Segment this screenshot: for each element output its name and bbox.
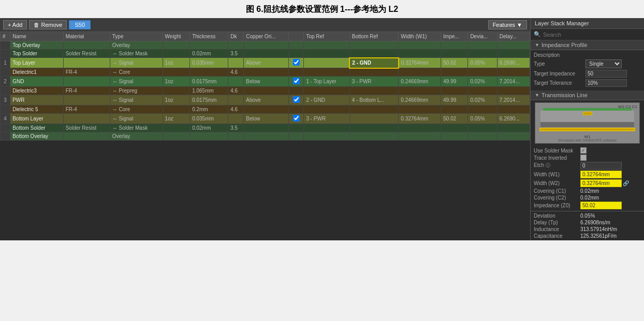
row-top-ref	[304, 50, 349, 58]
row-devia: 0.05%	[468, 58, 497, 68]
covering-c2-row: Covering (C2) 0.02mm	[531, 194, 644, 201]
row-dk	[228, 132, 244, 141]
right-panel: Layer Stack Manager 🔍 ▼ Impedance Profil…	[530, 18, 644, 240]
search-icon: 🔍	[534, 31, 541, 38]
tl-simulated-text: Simulated with SIMBEOR® software	[558, 139, 617, 142]
type-label: Type	[534, 61, 586, 67]
inductance-value: 313.57914nH/m	[580, 226, 617, 232]
row-bottom-ref	[349, 105, 399, 114]
row-material	[63, 132, 110, 141]
search-input[interactable]	[543, 32, 641, 38]
table-row[interactable]: Dielectric3FR-4↔ Prepreg1.065mm4.6	[1, 87, 530, 95]
col-dk: Dk	[228, 32, 244, 41]
row-name: GND	[10, 77, 64, 87]
row-impe	[441, 87, 468, 95]
s50-button[interactable]: S50	[69, 20, 91, 29]
table-row[interactable]: 1Top Layer↔ Signal1oz0.035mmAbove2 - GND…	[1, 58, 530, 68]
row-check[interactable]	[289, 87, 304, 95]
col-weight: Weight	[163, 32, 190, 41]
row-weight	[163, 41, 190, 50]
row-delay: 7.2014...	[497, 95, 530, 105]
row-top-ref: 2 - GND	[304, 95, 349, 105]
col-copper: Copper Ori...	[244, 32, 289, 41]
row-top-ref	[304, 68, 349, 77]
covering-c1-row: Covering (C1) 0.02mm	[531, 188, 644, 194]
row-type: ↔ Signal	[110, 77, 163, 87]
row-check[interactable]	[289, 124, 304, 132]
row-idx	[1, 105, 10, 114]
row-width: 0.32764mm	[399, 114, 441, 124]
delay-row: Delay (Tp) 6.26908ns/m	[531, 219, 644, 226]
row-check[interactable]	[289, 41, 304, 50]
impedance-profile-props: Description Type Single Differential Cop…	[531, 50, 644, 90]
row-material	[63, 41, 110, 50]
table-row[interactable]: Dielectric 5FR-4↔ Core0.2mm4.6	[1, 105, 530, 114]
target-impedance-row: Target Impedance	[534, 70, 641, 78]
row-check[interactable]	[289, 50, 304, 58]
row-check[interactable]	[289, 95, 304, 105]
row-name: Top Layer	[10, 58, 64, 68]
table-row[interactable]: 3PWR↔ Signal1oz0.0175mmAbove2 - GND4 - B…	[1, 95, 530, 105]
search-row: 🔍	[531, 29, 644, 40]
type-select[interactable]: Single Differential Coplanar	[586, 59, 622, 68]
impedance-z0-label: Impedance (Z0)	[534, 203, 580, 208]
use-solder-mask-checkbox[interactable]: ✓	[580, 147, 587, 154]
row-width	[399, 124, 441, 132]
row-check[interactable]	[289, 58, 304, 68]
row-copper	[244, 68, 289, 77]
row-impe	[441, 124, 468, 132]
transmission-line-section[interactable]: ▼ Transmission Line	[531, 90, 644, 100]
table-row[interactable]: Top OverlayOverlay	[1, 41, 530, 50]
w2-lock-icon[interactable]: 🔗	[623, 180, 629, 186]
target-impedance-input[interactable]	[586, 70, 627, 78]
row-bottom-ref	[349, 41, 399, 50]
width-w2-input[interactable]	[580, 179, 622, 187]
row-delay	[497, 41, 530, 50]
impedance-profile-section[interactable]: ▼ Impedance Profile	[531, 40, 644, 50]
row-check[interactable]	[289, 105, 304, 114]
width-w1-input[interactable]	[580, 171, 622, 178]
row-copper: Below	[244, 77, 289, 87]
col-topref: Top Ref	[304, 32, 349, 41]
row-thickness	[190, 41, 228, 50]
row-width	[399, 105, 441, 114]
add-button[interactable]: + Add	[3, 20, 27, 29]
table-row[interactable]: Bottom OverlayOverlay	[1, 132, 530, 141]
row-check[interactable]	[289, 68, 304, 77]
tl-bottom-sub	[540, 122, 634, 127]
table-row[interactable]: 2GND↔ Signal1oz0.0175mmBelow1 - Top Laye…	[1, 77, 530, 87]
col-bottomref: Bottom Ref	[349, 32, 399, 41]
row-name: Top Solder	[10, 50, 64, 58]
row-type: ↔ Prepreg	[110, 87, 163, 95]
row-check[interactable]	[289, 114, 304, 124]
row-devia: 0.02%	[468, 95, 497, 105]
impedance-z0-input[interactable]	[580, 202, 622, 209]
row-delay	[497, 50, 530, 58]
trace-inverted-checkbox[interactable]	[580, 155, 587, 161]
target-tolerance-input[interactable]	[586, 79, 627, 87]
row-name: Top Overlay	[10, 41, 64, 50]
row-weight	[163, 124, 190, 132]
row-type: ↔ Core	[110, 105, 163, 114]
row-name: Bottom Overlay	[10, 132, 64, 141]
target-tolerance-row: Target Tolerance	[534, 79, 641, 87]
row-type: Overlay	[110, 132, 163, 141]
row-top-ref	[304, 124, 349, 132]
trace-inverted-row: Trace Inverted	[531, 154, 644, 161]
row-idx: 4	[1, 114, 10, 124]
row-copper: Below	[244, 114, 289, 124]
etch-input[interactable]	[580, 162, 622, 170]
table-row[interactable]: Dielectric1FR-4↔ Core4.6	[1, 68, 530, 77]
table-row[interactable]: 4Bottom Layer↔ Signal1oz0.035mmBelow3 - …	[1, 114, 530, 124]
row-idx	[1, 87, 10, 95]
features-button[interactable]: Features ▼	[488, 20, 527, 29]
row-check[interactable]	[289, 132, 304, 141]
row-thickness: 1.065mm	[190, 87, 228, 95]
table-row[interactable]: Bottom SolderSolder Resist↔ Solder Mask0…	[1, 124, 530, 132]
capacitance-label: Capacitance	[534, 233, 580, 239]
row-top-ref	[304, 58, 349, 68]
remove-button[interactable]: 🗑 Remove	[29, 20, 67, 29]
row-check[interactable]	[289, 77, 304, 87]
row-copper	[244, 124, 289, 132]
table-row[interactable]: Top SolderSolder Resist↔ Solder Mask0.02…	[1, 50, 530, 58]
